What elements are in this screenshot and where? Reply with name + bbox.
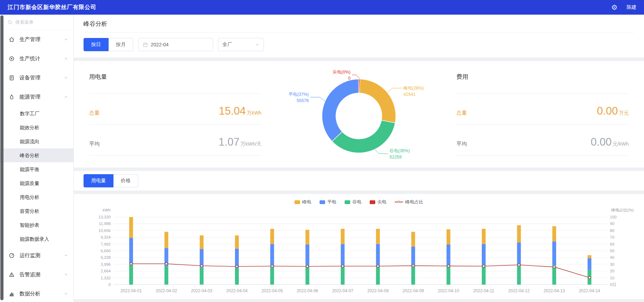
svg-text:7,992: 7,992 [101,242,111,246]
energy-icon [9,94,16,100]
total-unit: 万元 [619,110,629,116]
sidebar: 生产管理生产统计设备管理能源管理数字工厂能效分析能源流向峰谷分析能源平衡能源质量… [0,15,74,302]
svg-text:2022-04-02: 2022-04-02 [156,288,177,293]
svg-text:13,320: 13,320 [99,215,111,219]
chart-tabs: 用电量 价格 [74,171,644,191]
sidebar-item-label: 能源管理 [19,94,64,100]
sidebar-item-label: 生产管理 [19,36,64,43]
svg-text:2022-04-07: 2022-04-07 [332,288,354,293]
sidebar-item-4[interactable]: 运行监测 [0,246,73,265]
summary-card: 用电量 总量 15.04万kWh 平均 1.07万kWh/天 峰电(28%)42… [74,61,644,168]
sidebar-item-label: 运行监测 [19,252,64,259]
svg-text:90: 90 [610,222,614,226]
bar-chart: 00日1,332102,664203,996305,328406,660507,… [84,207,634,296]
chevron-down-icon [64,57,68,61]
svg-text:平电(37%): 平电(37%) [289,92,309,97]
sidebar-subitem-3-4[interactable]: 能源平衡 [0,162,73,176]
sidebar-item-3[interactable]: 能源管理 [0,87,73,107]
sidebar-item-label: 设备管理 [19,75,64,81]
mode-day-button[interactable]: 按日 [84,38,109,51]
sidebar-scrollbar[interactable] [0,15,3,300]
sidebar-subitem-3-9[interactable]: 能源数据录入 [0,232,73,246]
svg-text:30: 30 [610,262,614,266]
sidebar-item-label: 告警追溯 [19,271,64,278]
legend-swatch-icon [370,200,375,204]
consumption-total-row: 总量 15.04万kWh [89,94,261,125]
chevron-up-icon [64,95,68,99]
consumption-stats: 用电量 总量 15.04万kWh 平均 1.07万kWh/天 [89,61,261,168]
legend-swatch-icon [294,200,300,204]
sidebar-item-5[interactable]: 告警追溯 [0,265,73,284]
sidebar-subitem-3-8[interactable]: 智能抄表 [0,218,73,232]
cost-title: 费用 [456,61,629,94]
svg-text:谷电(35%): 谷电(35%) [390,148,410,153]
date-value: 2022-04 [151,42,168,47]
svg-text:kWh: kWh [103,208,111,212]
tab-consumption-button[interactable]: 用电量 [84,174,113,187]
sidebar-item-2[interactable]: 设备管理 [0,68,73,87]
sidebar-subitem-3-3[interactable]: 峰谷分析 [0,148,73,162]
alarm-icon [9,272,16,278]
company-title: 江门市新会区新华胶丝厂有限公司 [8,4,96,11]
legend-item[interactable]: 尖电 [370,199,386,205]
total-value: 15.04 [219,105,246,117]
svg-text:2022-04-13: 2022-04-13 [543,288,565,293]
total-label: 总量 [456,110,467,116]
analysis-icon [9,291,16,297]
svg-text:0: 0 [109,282,111,287]
filter-row: 按日 按月 2022-04 全厂 [84,32,634,57]
svg-text:100: 100 [610,215,616,219]
svg-text:10,656: 10,656 [99,229,111,233]
svg-text:0: 0 [348,76,351,81]
legend-swatch-icon [320,200,325,204]
main-content: 峰谷分析 按日 按月 2022-04 全厂 [74,15,644,302]
consumption-average-row: 平均 1.07万kWh/天 [89,125,261,156]
sidebar-item-1[interactable]: 生产统计 [0,49,73,68]
chevron-down-icon [64,273,68,277]
sidebar-subitem-3-1[interactable]: 能效分析 [0,121,73,134]
average-label: 平均 [89,141,100,147]
sidebar-item-0[interactable]: 生产管理 [0,30,73,49]
svg-text:10: 10 [610,276,614,280]
user-name[interactable]: 陈建 [627,4,636,10]
svg-text:20: 20 [610,269,614,273]
svg-text:2022-04-06: 2022-04-06 [297,288,318,293]
cost-total-row: 总量 0.00万元 [456,94,629,125]
legend-item[interactable]: 谷电 [345,199,361,205]
sidebar-subitem-3-2[interactable]: 能源流向 [0,134,73,148]
sidebar-item-label: 数据分析 [19,291,64,297]
total-value: 0.00 [597,105,618,117]
sidebar-subitem-3-6[interactable]: 用电分析 [0,190,73,204]
settings-gear-icon[interactable]: ⚙ [611,4,618,11]
sidebar-item-6[interactable]: 数据分析 [0,284,73,302]
donut-chart: 峰电(28%)42541谷电(35%)52259平电(37%)55576尖电(0… [261,61,456,168]
sidebar-subitem-3-0[interactable]: 数字工厂 [0,107,73,121]
sidebar-item-label: 生产统计 [19,55,64,62]
average-value: 1.07 [219,136,239,148]
svg-text:52259: 52259 [390,155,402,160]
scope-select[interactable]: 全厂 [218,38,264,51]
sidebar-subitem-3-5[interactable]: 能源质量 [0,176,73,190]
svg-text:尖电(0%): 尖电(0%) [333,70,351,75]
legend-item[interactable]: 峰电占比 [395,199,423,205]
average-unit: 元/kWh [613,141,629,147]
svg-text:2022-04-05: 2022-04-05 [261,288,283,293]
chevron-down-icon [64,292,68,296]
total-unit: 万kWh [247,110,261,116]
date-picker[interactable]: 2022-04 [138,38,213,51]
legend-item[interactable]: 峰电 [294,199,311,205]
svg-text:55576: 55576 [297,98,309,103]
svg-text:42541: 42541 [403,92,416,97]
page-title: 峰谷分析 [84,15,634,32]
tab-price-button[interactable]: 价格 [113,174,138,187]
cost-stats: 费用 总量 0.00万元 平均 0.00元/kWh [456,61,629,168]
svg-text:峰电占比(%): 峰电占比(%) [611,208,634,212]
svg-text:70: 70 [610,235,614,239]
sidebar-subitem-3-7[interactable]: 容需分析 [0,204,73,218]
legend-item[interactable]: 平电 [320,199,336,205]
menu-search-input[interactable] [15,20,64,25]
svg-text:2022-04-10: 2022-04-10 [438,288,460,293]
bar-chart-card: 峰电平电谷电尖电峰电占比 00日1,332102,664203,996305,3… [74,194,644,299]
mode-month-button[interactable]: 按月 [108,38,133,51]
svg-text:3,996: 3,996 [101,262,111,266]
